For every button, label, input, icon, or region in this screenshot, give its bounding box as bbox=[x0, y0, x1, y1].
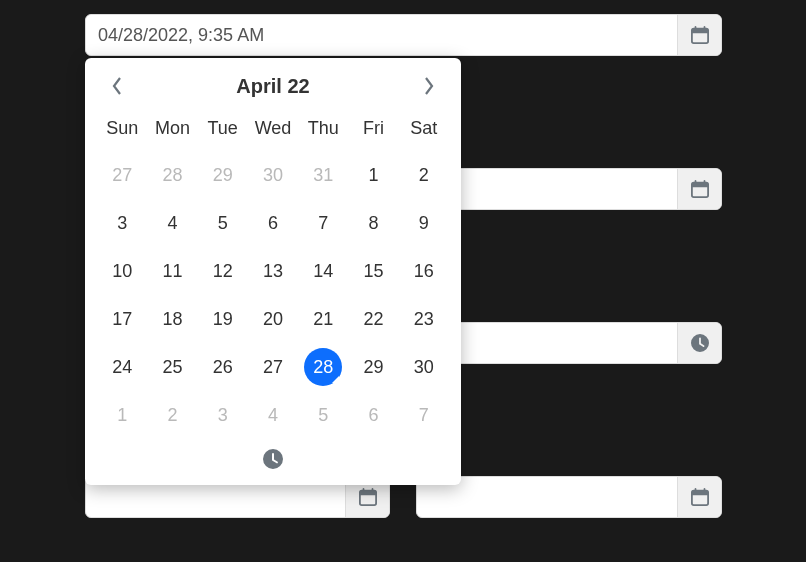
day-number: 11 bbox=[162, 261, 182, 282]
day-number: 25 bbox=[162, 357, 182, 378]
day-number: 2 bbox=[167, 405, 177, 426]
day-number: 29 bbox=[364, 357, 384, 378]
clock-icon bbox=[263, 449, 283, 469]
day-cell[interactable]: 28 bbox=[147, 151, 197, 199]
day-cell[interactable]: 5 bbox=[298, 391, 348, 439]
day-cell[interactable]: 29 bbox=[348, 343, 398, 391]
datepicker-day-grid: 2728293031123456789101112131415161718192… bbox=[97, 151, 449, 439]
day-cell[interactable]: 1 bbox=[97, 391, 147, 439]
calendar-toggle-button-4[interactable] bbox=[677, 477, 721, 517]
day-number: 17 bbox=[112, 309, 132, 330]
day-number: 13 bbox=[263, 261, 283, 282]
calendar-icon bbox=[691, 180, 709, 198]
day-cell[interactable]: 31 bbox=[298, 151, 348, 199]
datetime-input[interactable] bbox=[86, 15, 677, 55]
calendar-icon bbox=[691, 488, 709, 506]
clock-toggle-button[interactable] bbox=[677, 323, 721, 363]
day-number: 28 bbox=[304, 348, 342, 386]
datepicker-week-row: 272829303112 bbox=[97, 151, 449, 199]
day-number: 29 bbox=[213, 165, 233, 186]
next-month-button[interactable] bbox=[415, 72, 443, 100]
day-number: 19 bbox=[213, 309, 233, 330]
day-number: 3 bbox=[117, 213, 127, 234]
day-number: 1 bbox=[117, 405, 127, 426]
datepicker-week-row: 17181920212223 bbox=[97, 295, 449, 343]
day-number: 21 bbox=[313, 309, 333, 330]
month-year-switch[interactable]: April 22 bbox=[236, 75, 309, 98]
day-number: 30 bbox=[414, 357, 434, 378]
day-cell[interactable]: 12 bbox=[198, 247, 248, 295]
day-cell[interactable]: 26 bbox=[198, 343, 248, 391]
clock-icon bbox=[691, 334, 709, 352]
day-cell[interactable]: 11 bbox=[147, 247, 197, 295]
day-cell[interactable]: 9 bbox=[399, 199, 449, 247]
day-cell[interactable]: 15 bbox=[348, 247, 398, 295]
day-cell[interactable]: 4 bbox=[248, 391, 298, 439]
day-cell[interactable]: 29 bbox=[198, 151, 248, 199]
day-number: 1 bbox=[369, 165, 379, 186]
day-cell[interactable]: 7 bbox=[399, 391, 449, 439]
calendar-toggle-button-2[interactable] bbox=[677, 169, 721, 209]
day-cell[interactable]: 14 bbox=[298, 247, 348, 295]
day-number: 23 bbox=[414, 309, 434, 330]
day-number: 10 bbox=[112, 261, 132, 282]
chevron-left-icon bbox=[111, 77, 123, 95]
day-cell[interactable]: 28 bbox=[298, 343, 348, 391]
day-cell[interactable]: 13 bbox=[248, 247, 298, 295]
day-number: 4 bbox=[167, 213, 177, 234]
day-cell[interactable]: 3 bbox=[198, 391, 248, 439]
day-cell[interactable]: 27 bbox=[248, 343, 298, 391]
day-cell[interactable]: 27 bbox=[97, 151, 147, 199]
chevron-right-icon bbox=[423, 77, 435, 95]
day-cell[interactable]: 22 bbox=[348, 295, 398, 343]
datepicker-header: April 22 bbox=[97, 72, 449, 104]
day-number: 15 bbox=[364, 261, 384, 282]
day-number: 22 bbox=[364, 309, 384, 330]
weekday-label: Sun bbox=[97, 112, 147, 145]
day-cell[interactable]: 23 bbox=[399, 295, 449, 343]
day-number: 4 bbox=[268, 405, 278, 426]
time-picker-toggle-button[interactable] bbox=[259, 445, 287, 473]
calendar-toggle-button[interactable] bbox=[677, 15, 721, 55]
day-cell[interactable]: 24 bbox=[97, 343, 147, 391]
day-number: 5 bbox=[218, 213, 228, 234]
day-cell[interactable]: 6 bbox=[348, 391, 398, 439]
day-number: 28 bbox=[162, 165, 182, 186]
day-cell[interactable]: 30 bbox=[248, 151, 298, 199]
day-cell[interactable]: 1 bbox=[348, 151, 398, 199]
day-cell[interactable]: 3 bbox=[97, 199, 147, 247]
day-cell[interactable]: 18 bbox=[147, 295, 197, 343]
day-cell[interactable]: 4 bbox=[147, 199, 197, 247]
day-cell[interactable]: 30 bbox=[399, 343, 449, 391]
day-cell[interactable]: 6 bbox=[248, 199, 298, 247]
day-number: 20 bbox=[263, 309, 283, 330]
day-cell[interactable]: 10 bbox=[97, 247, 147, 295]
date-range-end-group bbox=[416, 476, 722, 518]
day-cell[interactable]: 21 bbox=[298, 295, 348, 343]
day-number: 27 bbox=[112, 165, 132, 186]
day-cell[interactable]: 20 bbox=[248, 295, 298, 343]
day-cell[interactable]: 17 bbox=[97, 295, 147, 343]
day-number: 14 bbox=[313, 261, 333, 282]
day-cell[interactable]: 16 bbox=[399, 247, 449, 295]
weekday-label: Tue bbox=[198, 112, 248, 145]
day-cell[interactable]: 19 bbox=[198, 295, 248, 343]
datepicker-week-row: 24252627282930 bbox=[97, 343, 449, 391]
datetime-input-group bbox=[85, 14, 722, 56]
day-cell[interactable]: 2 bbox=[147, 391, 197, 439]
day-number: 7 bbox=[419, 405, 429, 426]
day-number: 12 bbox=[213, 261, 233, 282]
day-cell[interactable]: 2 bbox=[399, 151, 449, 199]
day-number: 18 bbox=[162, 309, 182, 330]
day-cell[interactable]: 8 bbox=[348, 199, 398, 247]
datepicker-week-row: 3456789 bbox=[97, 199, 449, 247]
weekday-label: Mon bbox=[147, 112, 197, 145]
day-number: 5 bbox=[318, 405, 328, 426]
day-number: 6 bbox=[369, 405, 379, 426]
day-number: 30 bbox=[263, 165, 283, 186]
day-cell[interactable]: 5 bbox=[198, 199, 248, 247]
prev-month-button[interactable] bbox=[103, 72, 131, 100]
day-cell[interactable]: 25 bbox=[147, 343, 197, 391]
day-cell[interactable]: 7 bbox=[298, 199, 348, 247]
datepicker-week-row: 10111213141516 bbox=[97, 247, 449, 295]
